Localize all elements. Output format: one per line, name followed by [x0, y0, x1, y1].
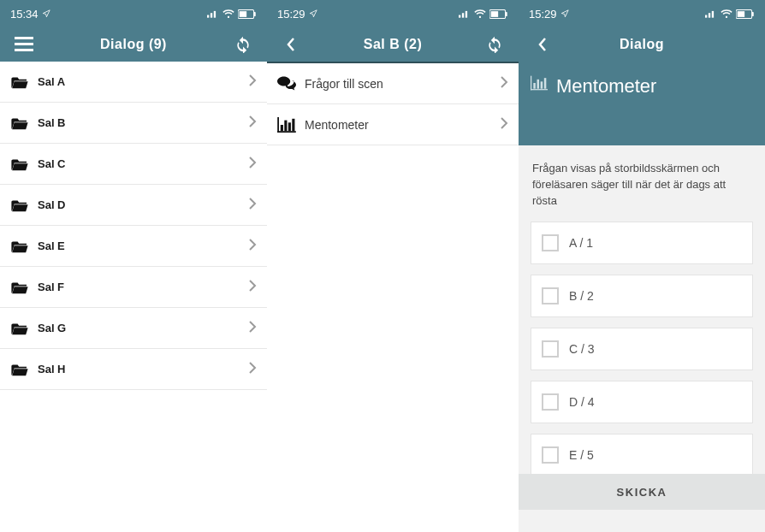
chevron-right-icon [248, 279, 257, 293]
list-item[interactable]: Sal B [0, 103, 267, 144]
folder-open-icon [11, 239, 28, 253]
option-row[interactable]: C / 3 [531, 328, 753, 370]
svg-rect-23 [712, 11, 714, 18]
list-item-mentometer[interactable]: Mentometer [267, 104, 519, 145]
nav-bar: Sal B (2) [267, 27, 519, 62]
list-item[interactable]: Sal F [0, 267, 267, 308]
refresh-button[interactable] [479, 36, 510, 53]
folder-open-icon [11, 116, 28, 130]
refresh-icon [234, 36, 252, 53]
signal-icon [459, 9, 471, 18]
bar-chart-icon [277, 117, 296, 133]
list-item[interactable]: Sal C [0, 144, 267, 185]
list-item[interactable]: Sal G [0, 308, 267, 349]
folder-open-icon [11, 322, 28, 335]
list-item-label: Frågor till scen [305, 77, 500, 91]
list-item-label: Sal B [38, 116, 248, 129]
option-row[interactable]: B / 2 [531, 275, 753, 317]
option-row[interactable]: D / 4 [531, 381, 753, 423]
folder-open-icon [11, 363, 28, 376]
bar-chart-icon [531, 75, 548, 91]
back-button[interactable] [276, 37, 306, 52]
hero-header: Mentometer [519, 62, 765, 145]
signal-icon [705, 9, 717, 18]
submit-button[interactable]: SKICKA [519, 474, 765, 510]
svg-rect-4 [254, 11, 256, 15]
list-item-label: Sal D [38, 198, 248, 211]
nav-bar: Dialog [519, 27, 765, 62]
chevron-right-icon [248, 74, 257, 87]
list-item[interactable]: Sal A [0, 62, 267, 103]
list-item-label: Sal C [38, 157, 248, 170]
list-item-label: Sal A [38, 75, 248, 88]
status-bar: 15:29 [267, 0, 519, 27]
wifi-icon [222, 9, 234, 18]
option-label: A / 1 [569, 236, 593, 250]
screen-dialog-list: 15:34 Dialog (9) Sal A [0, 0, 267, 532]
status-indicators [459, 9, 508, 19]
status-indicators [207, 9, 257, 19]
helper-text: Frågan visas på storbildsskärmen och för… [519, 145, 765, 222]
chevron-right-icon [248, 361, 257, 375]
svg-rect-20 [292, 118, 294, 130]
list-item-label: Sal E [38, 239, 248, 252]
battery-icon [736, 9, 755, 19]
speech-bubbles-icon [277, 76, 296, 92]
menu-button[interactable] [9, 37, 39, 52]
list-item-label: Mentometer [305, 118, 500, 132]
submit-label: SKICKA [617, 486, 667, 499]
signal-icon [207, 9, 219, 18]
svg-rect-9 [459, 15, 460, 18]
svg-rect-8 [15, 49, 33, 51]
nav-bar: Dialog (9) [0, 27, 267, 62]
svg-rect-17 [281, 125, 283, 131]
checkbox-icon[interactable] [542, 340, 559, 358]
chevron-left-icon [537, 37, 548, 52]
svg-rect-10 [462, 13, 464, 17]
screen-mentometer: 15:29 Dialog Mentometer Frågan visas på … [519, 0, 765, 532]
dialog-list: Sal A Sal B Sal C Sal D Sal E [0, 62, 267, 390]
nav-title: Dialog [558, 37, 726, 52]
svg-rect-15 [277, 117, 279, 133]
battery-icon [489, 9, 508, 19]
back-button[interactable] [527, 37, 558, 52]
svg-rect-26 [738, 11, 744, 17]
svg-rect-5 [240, 11, 246, 17]
svg-rect-1 [211, 13, 212, 17]
option-label: C / 3 [569, 342, 595, 356]
checkbox-icon[interactable] [542, 234, 559, 251]
status-bar: 15:29 [519, 0, 765, 27]
nav-title: Sal B (2) [306, 37, 479, 52]
location-icon [560, 9, 569, 18]
svg-rect-6 [15, 37, 33, 39]
option-row[interactable]: E / 5 [531, 434, 753, 476]
option-row[interactable]: A / 1 [531, 222, 753, 264]
status-time: 15:29 [529, 8, 557, 21]
checkbox-icon[interactable] [542, 393, 559, 411]
nav-title: Dialog (9) [39, 37, 228, 52]
svg-rect-0 [207, 15, 209, 18]
chevron-left-icon [286, 37, 296, 52]
options-list: A / 1 B / 2 C / 3 D / 4 E / 5 [519, 222, 765, 476]
list-item-questions[interactable]: Frågor till scen [267, 63, 519, 104]
svg-rect-31 [541, 81, 543, 88]
svg-rect-7 [15, 43, 33, 45]
svg-rect-13 [506, 11, 507, 15]
status-time: 15:34 [10, 8, 39, 21]
svg-rect-28 [531, 89, 548, 90]
svg-rect-19 [288, 122, 291, 131]
svg-rect-18 [284, 120, 287, 131]
checkbox-icon[interactable] [542, 446, 559, 464]
svg-rect-16 [277, 131, 296, 133]
list-item[interactable]: Sal D [0, 185, 267, 226]
refresh-button[interactable] [228, 36, 258, 53]
svg-rect-32 [544, 78, 547, 89]
wifi-icon [474, 9, 486, 18]
refresh-icon [486, 36, 503, 53]
list-item[interactable]: Sal E [0, 226, 267, 267]
list-item[interactable]: Sal H [0, 349, 267, 390]
checkbox-icon[interactable] [542, 287, 559, 304]
screen-sal-b: 15:29 Sal B (2) [267, 0, 519, 532]
chevron-right-icon [248, 156, 257, 169]
svg-rect-21 [705, 15, 707, 18]
